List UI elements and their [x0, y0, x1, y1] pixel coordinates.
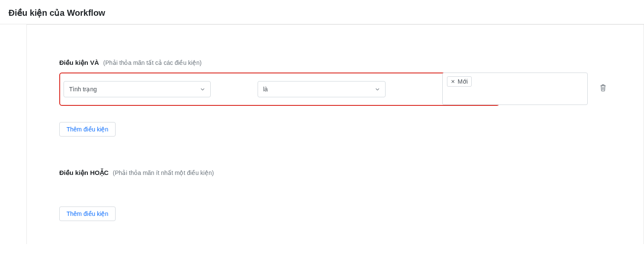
- and-section: Điều kiện VÀ (Phải thỏa mãn tất cả các đ…: [59, 59, 611, 137]
- delete-condition-button[interactable]: [595, 80, 611, 96]
- and-subtitle: (Phải thỏa mãn tất cả các điều kiện): [103, 59, 202, 66]
- and-heading: Điều kiện VÀ (Phải thỏa mãn tất cả các đ…: [59, 59, 611, 67]
- add-or-condition-button[interactable]: Thêm điều kiện: [59, 207, 116, 221]
- or-title: Điều kiện HOẶC: [59, 169, 109, 177]
- add-and-condition-button[interactable]: Thêm điều kiện: [59, 122, 116, 137]
- or-section: Điều kiện HOẶC (Phải thỏa mãn ít nhất mộ…: [59, 169, 611, 221]
- operator-select[interactable]: là: [258, 81, 386, 97]
- value-multiselect[interactable]: Mới: [442, 73, 588, 105]
- conditions-panel: Điều kiện VÀ (Phải thỏa mãn tất cả các đ…: [26, 24, 644, 244]
- or-subtitle: (Phải thỏa mãn ít nhất một điều kiện): [113, 169, 214, 176]
- value-tag: Mới: [447, 76, 472, 87]
- chevron-down-icon: [375, 87, 380, 92]
- trash-icon: [600, 84, 606, 93]
- or-heading: Điều kiện HOẶC (Phải thỏa mãn ít nhất mộ…: [59, 169, 611, 177]
- operator-select-value: là: [263, 86, 268, 93]
- field-select-value: Tình trạng: [69, 86, 97, 93]
- condition-highlight: Tình trạng là: [59, 73, 499, 106]
- and-title: Điều kiện VÀ: [59, 59, 99, 67]
- close-icon[interactable]: [451, 79, 455, 84]
- page-title: Điều kiện của Workflow: [0, 0, 644, 24]
- field-select[interactable]: Tình trạng: [64, 81, 211, 97]
- condition-row: Tình trạng là: [59, 73, 611, 106]
- chevron-down-icon: [200, 87, 205, 92]
- value-tag-label: Mới: [458, 78, 468, 85]
